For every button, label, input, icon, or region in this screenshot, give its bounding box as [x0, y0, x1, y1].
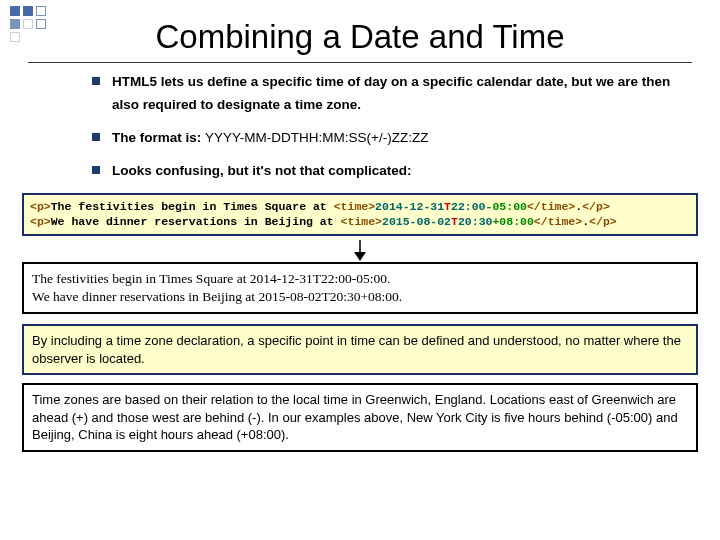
svg-marker-1 [354, 252, 366, 261]
code-line: <p>We have dinner reservations in Beijin… [30, 214, 690, 230]
rendered-line: We have dinner reservations in Beijing a… [32, 288, 688, 306]
title-rule [28, 62, 692, 63]
highlight-note-box: By including a time zone declaration, a … [22, 324, 698, 375]
arrow-down-icon [0, 240, 720, 262]
bullet-text: The format is: [112, 130, 205, 145]
format-string: YYYY-MM-DDTHH:MM:SS(+/-)ZZ:ZZ [205, 130, 428, 145]
code-example-box: <p>The festivities begin in Times Square… [22, 193, 698, 236]
bullet-item: Looks confusing, but it's not that compl… [92, 160, 678, 183]
rendered-output-box: The festivities begin in Times Square at… [22, 262, 698, 314]
corner-decoration [10, 6, 58, 42]
bullet-item: The format is: YYYY-MM-DDTHH:MM:SS(+/-)Z… [92, 127, 678, 150]
explanation-box: Time zones are based on their relation t… [22, 383, 698, 452]
code-line: <p>The festivities begin in Times Square… [30, 199, 690, 215]
bullet-list: HTML5 lets us define a specific time of … [52, 71, 678, 183]
slide-title: Combining a Date and Time [0, 18, 720, 56]
bullet-item: HTML5 lets us define a specific time of … [92, 71, 678, 117]
rendered-line: The festivities begin in Times Square at… [32, 270, 688, 288]
